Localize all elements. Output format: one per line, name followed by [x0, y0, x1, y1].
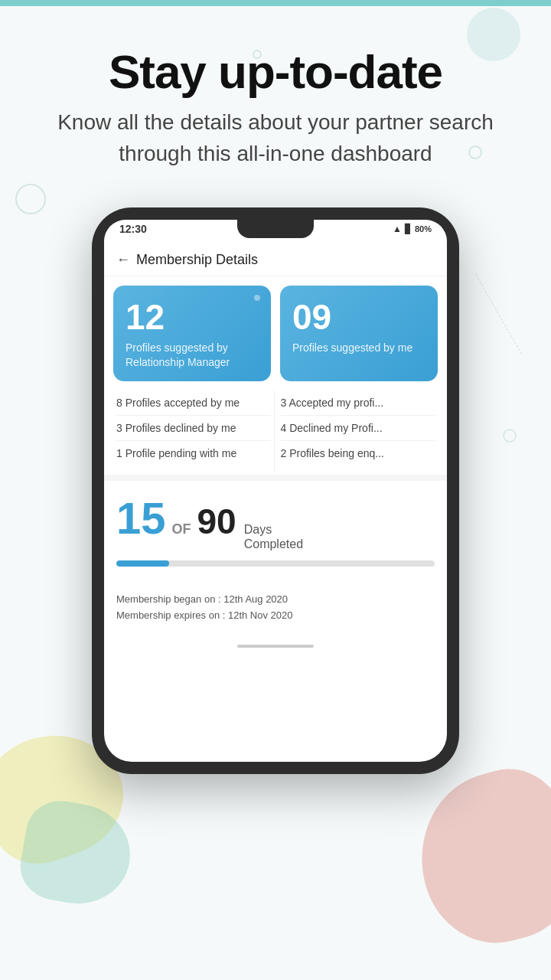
profile-accepted-them: 3 Accepted my profi...: [281, 390, 435, 416]
main-title: Stay up-to-date: [31, 46, 520, 98]
phone-mockup: 12:30 ▲ ▊ 80% ← Membership Details 12 Pr…: [92, 207, 459, 774]
status-icons: ▲ ▊ 80%: [393, 224, 432, 234]
screen-header: ← Membership Details: [104, 241, 447, 276]
stat-number-rm: 12: [126, 299, 259, 335]
stat-number-me: 09: [292, 299, 425, 335]
profile-list-left: 8 Profiles accepted by me 3 Profiles dec…: [113, 387, 274, 475]
days-completed-label: DaysCompleted: [244, 522, 303, 551]
cards-row: 12 Profiles suggested by Relationship Ma…: [104, 276, 447, 387]
profile-lists: 8 Profiles accepted by me 3 Profiles dec…: [104, 387, 447, 475]
bottom-home-area: [104, 639, 447, 654]
membership-info: Membership began on : 12th Aug 2020 Memb…: [104, 585, 447, 639]
profile-enquired-them: 2 Profiles being enq...: [281, 441, 435, 466]
phone-time: 12:30: [119, 223, 147, 235]
wifi-icon: ▲: [393, 224, 402, 234]
screen-title: Membership Details: [136, 252, 258, 268]
days-current: 15: [116, 496, 166, 541]
header-section: Stay up-to-date Know all the details abo…: [0, 0, 551, 192]
phone-notch: [237, 220, 314, 238]
phone-screen: ← Membership Details 12 Profiles suggest…: [104, 241, 447, 762]
membership-began: Membership began on : 12th Aug 2020: [116, 591, 435, 607]
days-of-label: OF: [172, 521, 191, 537]
bg-salmon-blob: [402, 756, 551, 959]
profile-list-right: 3 Accepted my profi... 4 Declined my Pro…: [275, 387, 439, 475]
profile-accepted-me: 8 Profiles accepted by me: [116, 390, 271, 416]
stat-label-rm: Profiles suggested by Relationship Manag…: [126, 341, 259, 368]
back-button[interactable]: ←: [116, 252, 130, 268]
progress-bar-fill: [116, 560, 169, 567]
sub-title: Know all the details about your partner …: [31, 107, 520, 169]
membership-expires: Membership expires on : 12th Nov 2020: [116, 607, 435, 623]
days-total: 90: [197, 504, 236, 539]
profile-pending-me: 1 Profile pending with me: [116, 441, 271, 466]
stat-card-me[interactable]: 09 Profiles suggested by me: [280, 286, 438, 381]
stat-card-rm[interactable]: 12 Profiles suggested by Relationship Ma…: [113, 286, 271, 381]
stat-label-me: Profiles suggested by me: [292, 341, 425, 354]
progress-bar-container: [116, 560, 435, 567]
days-section: 15 OF 90 DaysCompleted: [104, 475, 447, 585]
card-dot: [254, 295, 260, 301]
signal-icon: ▊: [405, 224, 412, 234]
profile-declined-them: 4 Declined my Profi...: [281, 416, 435, 441]
days-row: 15 OF 90 DaysCompleted: [116, 496, 435, 551]
phone-container: 12:30 ▲ ▊ 80% ← Membership Details 12 Pr…: [0, 207, 551, 774]
battery-indicator: 80%: [415, 224, 432, 234]
profile-declined-me: 3 Profiles declined by me: [116, 416, 271, 441]
home-indicator: [237, 645, 314, 648]
